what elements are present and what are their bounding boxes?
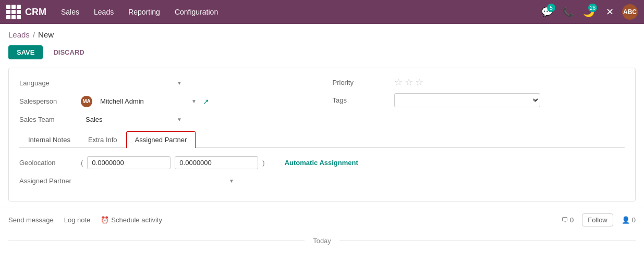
tags-select[interactable] — [394, 93, 540, 107]
schedule-activity-button[interactable]: ⏰ Schedule activity — [101, 216, 162, 224]
priority-star-2[interactable]: ☆ — [405, 77, 413, 88]
nav-item-reporting[interactable]: Reporting — [122, 0, 166, 24]
divider-line-left — [8, 241, 305, 241]
today-label: Today — [305, 237, 339, 245]
language-select[interactable] — [81, 77, 185, 90]
bottom-right-actions: 🗨 0 Follow 👤 0 — [561, 213, 636, 226]
assigned-partner-label: Assigned Partner — [19, 177, 77, 185]
follower-icon: 👤 — [622, 216, 630, 224]
language-row: Language ▼ — [19, 77, 312, 90]
follower-count-value: 0 — [632, 216, 636, 224]
nav-action-bar: 💬 5 📞 🌙 26 ✕ ABC — [539, 4, 638, 20]
nav-item-sales[interactable]: Sales — [55, 0, 86, 24]
sales-team-select[interactable]: Sales — [81, 113, 185, 126]
tags-label: Tags — [333, 96, 390, 104]
sales-team-select-wrapper: Sales ▼ — [81, 113, 185, 126]
salesperson-label: Salesperson — [19, 97, 77, 105]
today-divider: Today — [0, 232, 644, 250]
salesperson-select[interactable]: Mitchell Admin — [95, 95, 200, 108]
language-label: Language — [19, 79, 77, 87]
geo-close-paren: ) — [262, 159, 264, 167]
assigned-partner-row: Assigned Partner ▼ — [19, 174, 625, 187]
breadcrumb-separator: / — [33, 30, 35, 39]
tab-assigned-partner[interactable]: Assigned Partner — [126, 131, 196, 148]
grid-icon — [6, 5, 21, 19]
bottom-bar: Send message Log note ⏰ Schedule activit… — [0, 208, 644, 232]
sales-team-row: Sales Team Sales ▼ — [19, 113, 312, 126]
salesperson-row: Salesperson MA Mitchell Admin ▼ ↗ — [19, 95, 312, 108]
close-icon-btn[interactable]: ✕ — [601, 4, 618, 20]
divider-line-right — [339, 241, 636, 241]
app-logo[interactable]: CRM — [6, 5, 46, 19]
breadcrumb-leads-link[interactable]: Leads — [8, 30, 30, 39]
salesperson-select-wrapper: Mitchell Admin ▼ — [95, 95, 200, 108]
log-note-button[interactable]: Log note — [64, 216, 91, 224]
form-col-right: Priority ☆ ☆ ☆ Tags ▼ — [333, 77, 625, 131]
geo-open-paren: ( — [81, 159, 83, 167]
moon-badge: 26 — [588, 4, 597, 12]
nav-item-leads[interactable]: Leads — [88, 0, 120, 24]
breadcrumb: Leads / New — [8, 30, 636, 39]
phone-icon-btn[interactable]: 📞 — [560, 4, 576, 20]
automatic-assignment-button[interactable]: Automatic Assignment — [285, 159, 358, 167]
action-bar: SAVE DISCARD — [8, 45, 636, 59]
form-col-left: Language ▼ Salesperson MA — [19, 77, 312, 131]
moon-icon-btn[interactable]: 🌙 26 — [580, 4, 597, 20]
tabs-bar: Internal Notes Extra Info Assigned Partn… — [19, 131, 625, 148]
salesperson-avatar: MA — [81, 96, 92, 107]
follower-count-badge: 👤 0 — [622, 216, 636, 224]
tab-content-assigned-partner: Geolocation ( ) Automatic Assignment Ass… — [19, 156, 625, 187]
send-message-button[interactable]: Send message — [8, 216, 54, 224]
breadcrumb-current: New — [38, 30, 54, 39]
phone-icon: 📞 — [562, 6, 574, 18]
user-avatar[interactable]: ABC — [622, 4, 638, 20]
follow-label: Follow — [588, 216, 607, 224]
priority-label: Priority — [333, 79, 390, 86]
tab-extra-info[interactable]: Extra Info — [79, 131, 126, 148]
notifications-badge: 5 — [547, 4, 555, 12]
salesperson-external-link-icon[interactable]: ↗ — [203, 97, 209, 106]
clock-icon: ⏰ — [101, 216, 109, 224]
follow-button[interactable]: Follow — [582, 213, 613, 226]
discard-button[interactable]: DISCARD — [47, 45, 90, 59]
save-button[interactable]: SAVE — [8, 45, 43, 59]
sales-team-label: Sales Team — [19, 116, 77, 123]
priority-star-3[interactable]: ☆ — [415, 77, 423, 88]
message-count-value: 0 — [570, 216, 574, 224]
geolocation-row: Geolocation ( ) Automatic Assignment — [19, 156, 625, 169]
geolocation-lat-input[interactable] — [87, 156, 171, 169]
app-name: CRM — [25, 7, 46, 18]
message-count-icon: 🗨 — [561, 216, 568, 224]
page-content: Leads / New SAVE DISCARD Language ▼ — [0, 24, 644, 208]
nav-item-configuration[interactable]: Configuration — [168, 0, 224, 24]
messaging-icon-btn[interactable]: 💬 5 — [539, 4, 555, 20]
priority-star-1[interactable]: ☆ — [394, 77, 403, 88]
salesperson-value: MA Mitchell Admin ▼ ↗ — [81, 95, 312, 108]
assigned-partner-select-wrapper: ▼ — [81, 174, 237, 187]
tab-internal-notes[interactable]: Internal Notes — [19, 131, 79, 148]
assigned-partner-select[interactable] — [81, 174, 237, 187]
tags-select-wrapper: ▼ — [394, 93, 540, 107]
priority-row: Priority ☆ ☆ ☆ — [333, 77, 625, 88]
priority-stars: ☆ ☆ ☆ — [394, 77, 423, 88]
tags-row: Tags ▼ — [333, 93, 625, 107]
geolocation-lon-input[interactable] — [175, 156, 258, 169]
geolocation-label: Geolocation — [19, 159, 77, 167]
message-count-badge: 🗨 0 — [561, 216, 574, 224]
top-navigation: CRM Sales Leads Reporting Configuration … — [0, 0, 644, 24]
form-fields: Language ▼ Salesperson MA — [19, 77, 625, 131]
language-select-wrapper: ▼ — [81, 77, 185, 90]
form-section: Language ▼ Salesperson MA — [8, 68, 636, 201]
close-icon: ✕ — [606, 6, 614, 18]
